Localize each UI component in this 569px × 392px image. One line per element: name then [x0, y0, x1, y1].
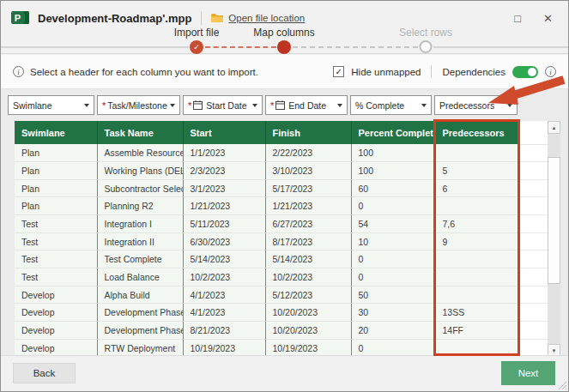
table-cell: 10/2/2023: [183, 268, 265, 286]
table-cell: 1/21/2023: [265, 197, 351, 215]
table-cell: 20: [351, 322, 435, 340]
table-cell: 13SS: [435, 304, 519, 322]
table-cell: [435, 286, 519, 304]
table-row[interactable]: TestIntegration I5/11/20236/27/2023547,6: [15, 215, 548, 233]
vertical-scrollbar[interactable]: ▲ ▼: [548, 121, 560, 357]
table-cell: [435, 197, 519, 215]
dropdown-task-title[interactable]: * Task/Milestone Title: [97, 95, 180, 115]
step-line-done-active: [205, 46, 276, 48]
table-cell: 30: [351, 304, 435, 322]
table-row[interactable]: PlanWorking Plans (DELAY...2/3/20233/10/…: [15, 162, 548, 180]
table-cell: 8/21/2023: [183, 322, 265, 340]
column-header-start[interactable]: Start: [183, 121, 265, 144]
checkmark-icon: ✓: [336, 67, 342, 76]
close-button[interactable]: ✕: [543, 13, 553, 24]
resize-grip[interactable]: [559, 382, 566, 389]
table-cell: 1/21/2023: [183, 197, 265, 215]
table-row[interactable]: DevelopAlpha Build4/1/20235/12/202350: [15, 286, 548, 304]
dropdown-value: Predecessors: [439, 100, 494, 111]
next-button[interactable]: Next: [501, 361, 555, 385]
hide-unmapped-label: Hide unmapped: [351, 67, 421, 77]
table-cell: Test: [15, 250, 97, 268]
column-header-task-name[interactable]: Task Name: [97, 121, 183, 144]
column-header-finish[interactable]: Finish: [265, 121, 351, 144]
table-cell: 6: [435, 179, 519, 197]
step-label-import-file: Import file: [174, 27, 220, 39]
chevron-down-icon: [337, 104, 342, 107]
step-line-left: [1, 46, 189, 48]
table-row[interactable]: PlanSubcontractor Selection3/1/20235/17/…: [15, 179, 548, 197]
table-cell: 3/10/2023: [265, 162, 351, 180]
table-cell: Working Plans (DELAY...: [97, 162, 183, 180]
table-row[interactable]: DevelopDevelopment Phase I4/1/202310/20/…: [15, 304, 548, 322]
preview-table-wrap: Swimlane Task Name Start Finish Percent …: [15, 121, 548, 357]
chevron-down-icon: [421, 104, 427, 107]
dropdown-swimlane[interactable]: Swimlane: [8, 95, 94, 115]
dropdown-percent-complete[interactable]: % Complete: [350, 95, 432, 115]
table-cell: 100: [351, 162, 435, 180]
check-icon: ✓: [193, 43, 200, 51]
table-cell: 14FF: [435, 322, 519, 340]
table-cell: 100: [351, 144, 435, 162]
table-cell-empty: [519, 286, 548, 304]
dependencies-info-icon[interactable]: i: [545, 66, 556, 77]
column-header-percent-complete[interactable]: Percent Complete: [351, 121, 435, 144]
step-circle-map-columns[interactable]: [277, 40, 291, 54]
dropdown-value: End Date: [288, 100, 326, 111]
table-cell-empty: [519, 339, 548, 357]
table-cell: 6/30/2023: [183, 232, 265, 250]
dropdown-end-date[interactable]: * End Date: [265, 95, 348, 115]
table-row[interactable]: PlanPlanning R21/21/20231/21/20230: [15, 197, 548, 215]
dropdown-value: Start Date: [206, 100, 246, 111]
scroll-up-button[interactable]: ▲: [548, 121, 560, 134]
table-row[interactable]: TestIntegration II6/30/20238/17/2023109: [15, 232, 548, 250]
table-cell: Test Complete: [97, 250, 183, 268]
table-cell: Subcontractor Selection: [97, 179, 183, 197]
table-cell: 5/11/2023: [183, 215, 265, 233]
scrollbar-thumb[interactable]: [548, 157, 560, 284]
dropdown-start-date[interactable]: * Start Date: [183, 95, 263, 115]
table-cell: 4/1/2023: [183, 304, 265, 322]
table-cell: 10/20/2023: [265, 304, 351, 322]
column-header-swimlane[interactable]: Swimlane: [15, 121, 97, 144]
column-header-predecessors[interactable]: Predecessors: [435, 121, 519, 144]
chevron-down-icon: [507, 104, 512, 107]
table-cell: Test: [15, 232, 97, 250]
dropdown-predecessors[interactable]: Predecessors: [434, 95, 518, 115]
table-cell: Integration II: [97, 232, 183, 250]
table-cell-empty: [519, 250, 548, 268]
back-button[interactable]: Back: [13, 363, 76, 383]
table-cell: Plan: [15, 144, 97, 162]
required-asterisk: *: [102, 100, 106, 111]
table-cell: Develop: [15, 286, 97, 304]
table-row[interactable]: DevelopDevelopment Phase II8/21/202310/2…: [15, 322, 548, 340]
window-title: Development-Roadmap'.mpp: [38, 12, 191, 25]
table-cell: 10/19/2023: [265, 339, 351, 357]
step-circle-import-file[interactable]: ✓: [190, 40, 203, 54]
step-circle-select-rows[interactable]: [420, 40, 433, 53]
maximize-button[interactable]: □: [514, 13, 521, 24]
table-cell: 2/22/2023: [265, 144, 351, 162]
table-cell: 54: [351, 215, 435, 233]
table-row[interactable]: TestLoad Balance10/2/202310/2/20230: [15, 268, 548, 286]
table-cell: 7,6: [435, 215, 519, 233]
table-row[interactable]: DevelopRTW Deployment10/19/202310/19/202…: [15, 339, 548, 357]
dependencies-toggle[interactable]: [512, 66, 538, 78]
table-cell-empty: [519, 179, 548, 197]
chevron-down-icon: [252, 104, 257, 107]
table-row[interactable]: TestTest Complete5/14/20235/14/20230: [15, 250, 548, 268]
table-cell: 10/19/2023: [183, 339, 265, 357]
table-row[interactable]: PlanAssemble Resources1/1/20232/22/20231…: [15, 144, 548, 162]
table-cell: Integration I: [97, 215, 183, 233]
column-header-empty: [519, 121, 548, 144]
hide-unmapped-checkbox[interactable]: ✓: [333, 66, 344, 77]
table-cell: 0: [351, 339, 435, 357]
table-cell: 60: [351, 179, 435, 197]
table-cell: 9: [435, 232, 519, 250]
table-cell: RTW Deployment: [97, 339, 183, 357]
info-icon: i: [13, 66, 24, 77]
open-file-location-link[interactable]: Open file location: [228, 13, 305, 23]
table-cell: 5: [435, 162, 519, 180]
svg-text:P: P: [15, 13, 21, 23]
table-cell: Test: [15, 215, 97, 233]
